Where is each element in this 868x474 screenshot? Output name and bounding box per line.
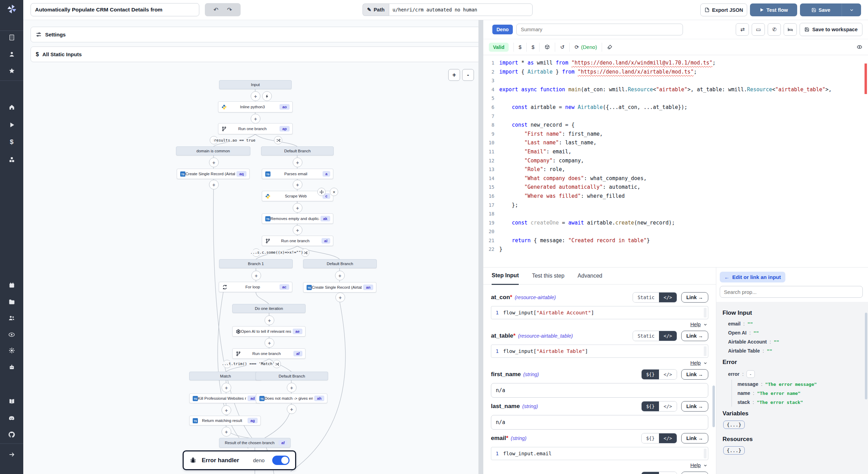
code-line[interactable]: 8 const new_record = { (483, 121, 868, 130)
trigger-bolt-icon[interactable] (262, 91, 272, 101)
sidebar-item-home[interactable] (0, 101, 23, 113)
flow-node[interactable]: Default Branch (303, 259, 377, 268)
path-input[interactable] (389, 3, 533, 16)
help-link[interactable]: Help (491, 463, 708, 468)
test-flow-button[interactable]: Test flow (750, 3, 797, 16)
sidebar-item-resources[interactable] (0, 153, 23, 166)
sidebar-expand-arrow-icon[interactable] (0, 448, 23, 461)
add-step-button[interactable]: + (287, 404, 297, 414)
swap-branch-icon[interactable] (274, 136, 282, 144)
code-line[interactable]: 6 const airtable = new Airtable({...at_c… (483, 103, 868, 112)
add-step-button[interactable]: + (222, 405, 231, 415)
toggle-static[interactable]: ${} (642, 472, 659, 474)
resource-picker-icon[interactable]: $ (532, 44, 534, 50)
add-step-button[interactable]: + (265, 338, 274, 348)
flow-node[interactable]: Default Branch (256, 372, 328, 380)
code-line[interactable]: 4export async function main(at_con: wmil… (483, 85, 868, 94)
reset-icon[interactable]: ↺ (560, 44, 565, 50)
add-step-button[interactable]: + (287, 383, 297, 392)
code-line[interactable]: 13 "Role": role, (483, 165, 868, 174)
toggle-static[interactable]: Static (633, 293, 659, 302)
expression-editor[interactable]: 1flow_input.email (491, 447, 708, 460)
retries-icon[interactable]: ⇄ (736, 23, 749, 36)
tab-step-input[interactable]: Step Input (492, 267, 519, 285)
tab-advanced[interactable]: Advanced (578, 268, 602, 284)
toggle-code[interactable]: </> (659, 472, 676, 474)
toggle-code[interactable]: </> (659, 293, 676, 302)
error-handler-toggle[interactable] (272, 456, 290, 465)
flow-node[interactable]: Do one iteration (232, 304, 306, 313)
sidebar-item-audit-logs[interactable] (0, 328, 23, 341)
cache-icon[interactable]: ▭ (752, 23, 765, 36)
sidebar-item-workers[interactable] (0, 361, 23, 373)
flow-node[interactable]: TSReturn matching resultag (189, 416, 261, 425)
code-line[interactable]: 9 "First name": first_name, (483, 130, 868, 139)
code-line[interactable]: 20 (483, 227, 868, 236)
move-node-icon[interactable] (317, 188, 326, 196)
toggle-code[interactable]: </> (659, 433, 676, 443)
add-step-button[interactable]: + (222, 427, 231, 437)
error-handler-node[interactable]: Error handler deno (183, 450, 296, 470)
flow-node[interactable]: domain is common (176, 146, 250, 155)
toggle-static[interactable]: ${} (642, 433, 659, 443)
code-line[interactable]: 2import { Airtable } from "https://deno.… (483, 68, 868, 77)
code-area[interactable]: 1import * as wmill from "https://deno.la… (483, 55, 868, 254)
link-button[interactable]: Link → (681, 401, 708, 412)
sidebar-item-variables[interactable]: $ (0, 136, 23, 148)
prop-search-input[interactable] (720, 286, 863, 298)
flow-node[interactable]: For loopac (219, 282, 292, 292)
toggle-static[interactable]: Static (633, 331, 659, 341)
add-step-button[interactable]: + (265, 315, 274, 325)
code-line[interactable]: 7 (483, 112, 868, 121)
value-input[interactable] (491, 415, 708, 430)
add-step-button[interactable]: + (209, 180, 219, 189)
code-line[interactable]: 1import * as wmill from "https://deno.la… (483, 59, 868, 68)
inspector-scrollbar[interactable] (865, 313, 867, 399)
edit-or-link-input-button[interactable]: ← Edit or link an input (720, 272, 785, 282)
toggle-code[interactable]: </> (659, 331, 676, 341)
add-step-button[interactable]: + (335, 271, 345, 280)
prop-row[interactable]: message:"The error message" (732, 380, 862, 389)
code-line[interactable]: 21 return { message: "Created record in … (483, 236, 868, 245)
link-button[interactable]: Link → (681, 292, 708, 303)
sidebar-item-groups[interactable] (0, 312, 23, 324)
add-step-button[interactable]: + (293, 158, 302, 167)
add-step-button[interactable]: + (293, 225, 302, 235)
zoom-in-button[interactable]: + (448, 69, 460, 81)
flow-node[interactable]: Run one branchap (218, 123, 293, 134)
object-expand-button[interactable]: {...} (723, 446, 745, 455)
flow-node[interactable]: Run one branchal (262, 236, 333, 246)
reload-language-button[interactable]: ⟳ (Deno) (575, 44, 597, 50)
tab-test-this-step[interactable]: Test this step (532, 268, 564, 284)
add-step-button[interactable]: + (293, 180, 302, 189)
code-line[interactable]: 12 "Company": company, (483, 156, 868, 166)
package-icon[interactable] (544, 44, 550, 50)
delete-node-icon[interactable]: × (330, 188, 338, 196)
export-json-button[interactable]: Export JSON (700, 3, 747, 16)
flow-node[interactable]: TSCreate Single Record (Airtable)an (303, 282, 376, 293)
panel-divider-scrollbar[interactable] (478, 20, 483, 474)
save-dropdown-button[interactable] (842, 3, 861, 16)
summary-input[interactable] (516, 24, 683, 35)
code-line[interactable]: 10 "Last name": last_name, (483, 138, 868, 147)
flow-title-input[interactable] (31, 3, 199, 16)
add-step-button[interactable]: + (209, 158, 219, 167)
collapse-button[interactable]: - (746, 370, 755, 378)
sidebar-item-discord[interactable] (0, 412, 23, 424)
add-step-button[interactable]: + (251, 91, 260, 101)
code-line[interactable]: 19 const createOne = await airtable.crea… (483, 219, 868, 228)
flow-node[interactable]: Default Branch (261, 146, 334, 155)
flow-node[interactable]: Result of the chosen branchaf (219, 438, 291, 448)
expression-editor[interactable]: 1flow_input["Airtable Account"] (491, 306, 708, 319)
add-step-button[interactable]: + (293, 203, 302, 213)
add-step-button[interactable]: + (335, 293, 345, 302)
value-input[interactable] (491, 383, 708, 398)
flow-node[interactable]: TSRemoves empty and duplicatesak (262, 213, 333, 224)
flow-node[interactable]: Open AI to tell if relevant resultae (232, 326, 306, 337)
sidebar-item-runs[interactable] (0, 119, 23, 131)
code-line[interactable]: 14 "What company does": what_company_doe… (483, 174, 868, 183)
sidebar-item-folders[interactable] (0, 296, 23, 308)
windmill-logo-icon[interactable] (0, 3, 23, 15)
flow-node[interactable]: Match (189, 372, 262, 380)
redo-icon[interactable]: ↷ (227, 6, 232, 14)
